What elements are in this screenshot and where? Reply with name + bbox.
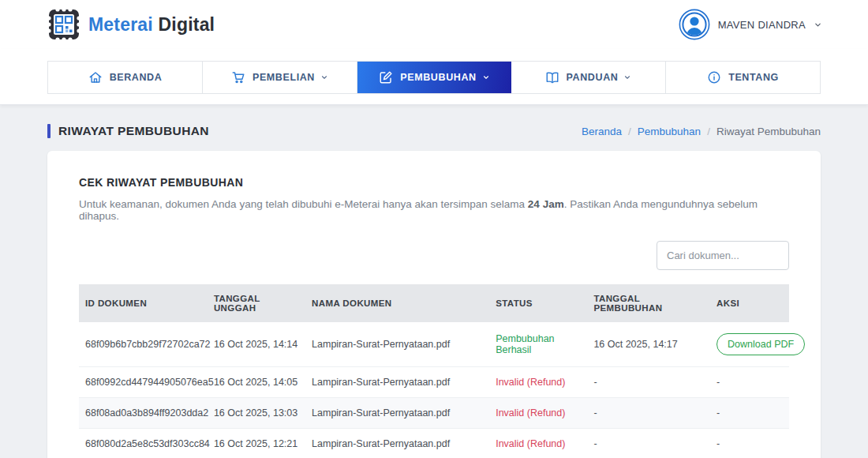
chevron-down-icon	[814, 21, 822, 29]
cell-doc-id: 68f080d2a5e8c53df303cc84	[79, 429, 208, 458]
brand-logo[interactable]: Meterai Digital	[47, 8, 215, 41]
download-pdf-button[interactable]: Download PDF	[716, 333, 805, 355]
cell-doc-name: Lampiran-Surat-Pernyataan.pdf	[305, 398, 489, 429]
cell-doc-name: Lampiran-Surat-Pernyataan.pdf	[305, 367, 489, 398]
col-header-action: AKSI	[710, 284, 789, 322]
search-input[interactable]	[657, 241, 789, 270]
history-table: ID DOKUMEN TANGGAL UNGGAH NAMA DOKUMEN S…	[79, 284, 789, 458]
page-title: RIWAYAT PEMBUBUHAN	[58, 124, 209, 138]
nav-tabs: BERANDA PEMBELIAN PEMBUBUHAN	[47, 61, 821, 94]
col-header-stamp-date: TANGGAL PEMBUBUHAN	[587, 284, 710, 322]
info-icon	[707, 70, 721, 84]
col-header-name: NAMA DOKUMEN	[305, 284, 489, 322]
cell-action: -	[710, 398, 789, 429]
nav-tab-label: PEMBELIAN	[253, 72, 315, 83]
table-row: 68f0992cd447944905076ea516 Oct 2025, 14:…	[79, 367, 789, 398]
brand-name-primary: Meterai	[88, 14, 153, 35]
cell-status: Invalid (Refund)	[489, 429, 587, 458]
cell-doc-id: 68f09b6b7cbb29f72702ca72	[79, 322, 208, 367]
desc-before: Untuk keamanan, dokumen Anda yang telah …	[79, 198, 528, 210]
cell-status: Pembubuhan Berhasil	[489, 322, 587, 367]
cell-status: Invalid (Refund)	[489, 398, 587, 429]
page-head: RIWAYAT PEMBUBUHAN Beranda / Pembubuhan …	[47, 124, 821, 138]
title-accent-bar	[47, 124, 51, 138]
nav-tab-label: TENTANG	[728, 72, 779, 83]
app-header: Meterai Digital MAVEN DIANDRA	[0, 0, 868, 49]
main-content: RIWAYAT PEMBUBUHAN Beranda / Pembubuhan …	[0, 124, 868, 458]
nav-tab-label: BERANDA	[110, 72, 163, 83]
avatar	[679, 9, 710, 40]
status-badge: Invalid (Refund)	[496, 407, 565, 419]
table-header-row: ID DOKUMEN TANGGAL UNGGAH NAMA DOKUMEN S…	[79, 284, 789, 322]
cell-upload-date: 16 Oct 2025, 14:05	[208, 367, 305, 398]
book-icon	[545, 70, 559, 84]
col-header-upload: TANGGAL UNGGAH	[208, 284, 305, 322]
table-body: 68f09b6b7cbb29f72702ca7216 Oct 2025, 14:…	[79, 322, 789, 458]
cell-action: -	[710, 367, 789, 398]
cell-action: Download PDF	[710, 322, 789, 367]
nav-tab-label: PEMBUBUHAN	[400, 72, 476, 83]
cell-stamp-date: -	[587, 398, 710, 429]
chevron-down-icon	[623, 73, 631, 81]
app: Meterai Digital MAVEN DIANDRA	[0, 0, 868, 458]
cell-doc-id: 68f0992cd447944905076ea5	[79, 367, 208, 398]
table-row: 68f08ad0a3b894ff9203dda216 Oct 2025, 13:…	[79, 398, 789, 429]
breadcrumb-separator: /	[707, 126, 710, 137]
status-badge: Pembubuhan Berhasil	[496, 333, 554, 355]
nav-tab-label: PANDUAN	[567, 72, 619, 83]
status-badge: Invalid (Refund)	[496, 438, 565, 449]
edit-icon	[379, 70, 393, 84]
brand-name: Meterai Digital	[88, 14, 215, 36]
cell-doc-name: Lampiran-Surat-Pernyataan.pdf	[305, 429, 489, 458]
search-row	[79, 241, 789, 270]
status-badge: Invalid (Refund)	[496, 377, 565, 388]
table-row: 68f080d2a5e8c53df303cc8416 Oct 2025, 12:…	[79, 429, 789, 458]
cell-action: -	[710, 429, 789, 458]
nav-tab-tentang[interactable]: TENTANG	[666, 62, 820, 93]
card-description: Untuk keamanan, dokumen Anda yang telah …	[79, 198, 789, 222]
nav-tab-pembubuhan[interactable]: PEMBUBUHAN	[357, 62, 511, 93]
brand-name-secondary: Digital	[159, 14, 215, 35]
breadcrumb-link-pembubuhan[interactable]: Pembubuhan	[638, 126, 701, 137]
breadcrumb-link-beranda[interactable]: Beranda	[582, 126, 622, 137]
breadcrumb-current: Riwayat Pembubuhan	[716, 126, 821, 137]
stamp-qr-icon	[47, 8, 80, 41]
chevron-down-icon	[320, 73, 328, 81]
card-heading: CEK RIWAYAT PEMBUBUHAN	[79, 176, 789, 189]
cell-upload-date: 16 Oct 2025, 13:03	[208, 398, 305, 429]
page-title-wrap: RIWAYAT PEMBUBUHAN	[47, 124, 209, 138]
cell-doc-name: Lampiran-Surat-Pernyataan.pdf	[305, 322, 489, 367]
cart-icon	[231, 70, 245, 84]
user-menu[interactable]: MAVEN DIANDRA	[679, 9, 822, 40]
cell-upload-date: 16 Oct 2025, 12:21	[208, 429, 305, 458]
breadcrumb-separator: /	[628, 126, 631, 137]
desc-bold: 24 Jam	[528, 198, 564, 210]
history-card: CEK RIWAYAT PEMBUBUHAN Untuk keamanan, d…	[47, 151, 821, 458]
cell-stamp-date: -	[587, 429, 710, 458]
cell-stamp-date: 16 Oct 2025, 14:17	[587, 322, 710, 367]
home-icon	[88, 70, 103, 84]
cell-doc-id: 68f08ad0a3b894ff9203dda2	[79, 398, 208, 429]
user-name: MAVEN DIANDRA	[718, 19, 806, 31]
col-header-id: ID DOKUMEN	[79, 284, 208, 322]
main-nav: BERANDA PEMBELIAN PEMBUBUHAN	[0, 49, 868, 105]
cell-stamp-date: -	[587, 367, 710, 398]
chevron-down-icon	[482, 73, 490, 81]
cell-upload-date: 16 Oct 2025, 14:14	[208, 322, 305, 367]
nav-tab-panduan[interactable]: PANDUAN	[511, 62, 666, 93]
nav-tab-beranda[interactable]: BERANDA	[48, 62, 203, 93]
cell-status: Invalid (Refund)	[489, 367, 587, 398]
table-row: 68f09b6b7cbb29f72702ca7216 Oct 2025, 14:…	[79, 322, 789, 367]
col-header-status: STATUS	[489, 284, 587, 322]
nav-tab-pembelian[interactable]: PEMBELIAN	[203, 62, 357, 93]
breadcrumb: Beranda / Pembubuhan / Riwayat Pembubuha…	[582, 126, 821, 137]
